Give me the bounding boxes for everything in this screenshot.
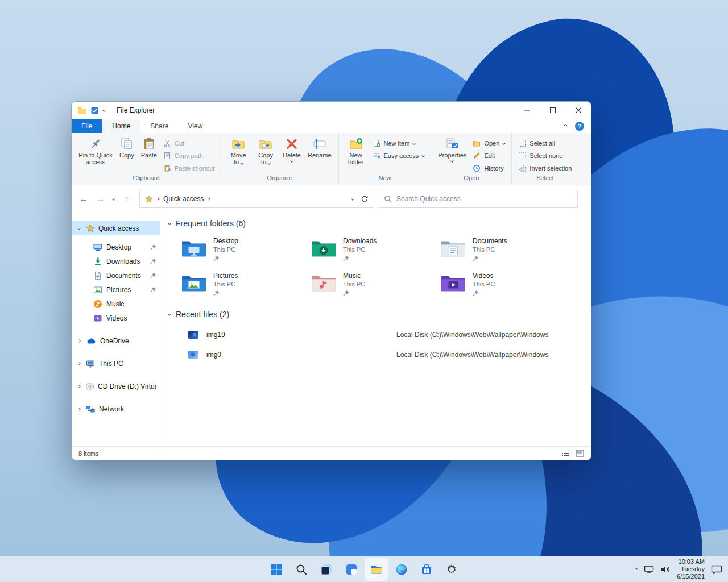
sidebar-item-cd-drive[interactable]: CD Drive (D:) Virtuall xyxy=(72,379,160,393)
volume-tray-icon[interactable] xyxy=(660,565,671,574)
open-button[interactable]: Open xyxy=(470,137,507,149)
up-button[interactable]: ↑ xyxy=(119,190,135,207)
search-icon xyxy=(384,195,392,203)
cut-button[interactable]: Cut xyxy=(161,137,217,149)
search-box[interactable] xyxy=(378,190,578,208)
address-dropdown-icon[interactable] xyxy=(351,197,354,201)
chevron-right-icon[interactable] xyxy=(76,385,81,388)
select-none-button[interactable]: Select none xyxy=(516,149,574,161)
sidebar-item-network[interactable]: Network xyxy=(72,402,160,416)
titlebar[interactable]: File Explorer xyxy=(72,102,591,119)
recent-locations-chevron-icon[interactable] xyxy=(109,190,118,207)
new-item-icon xyxy=(373,139,380,147)
paste-shortcut-button[interactable]: Paste shortcut xyxy=(161,162,217,174)
easy-access-button[interactable]: Easy access xyxy=(370,149,427,161)
details-view-icon[interactable] xyxy=(561,450,570,457)
invert-selection-button[interactable]: Invert selection xyxy=(516,162,574,174)
breadcrumb-chevron-icon[interactable] xyxy=(156,197,160,201)
select-all-button[interactable]: Select all xyxy=(516,137,574,149)
back-button[interactable]: ← xyxy=(76,190,92,207)
sidebar-item-onedrive[interactable]: OneDrive xyxy=(72,334,160,348)
new-item-button[interactable]: New item xyxy=(370,137,427,149)
refresh-icon[interactable] xyxy=(361,195,369,203)
rename-icon xyxy=(313,137,326,151)
sidebar-item-this-pc[interactable]: This PC xyxy=(72,356,160,371)
taskbar-settings-button[interactable] xyxy=(440,558,463,581)
hidden-icons-chevron-icon[interactable] xyxy=(635,568,638,571)
sidebar-item-downloads[interactable]: Downloads xyxy=(72,254,160,268)
taskbar-start-button[interactable] xyxy=(265,558,288,581)
tab-file[interactable]: File xyxy=(72,119,102,133)
taskbar-search-button[interactable] xyxy=(290,558,313,581)
folder-name: Videos xyxy=(473,272,495,280)
section-recent-files[interactable]: Recent files (2) xyxy=(166,310,586,319)
pin-icon xyxy=(89,137,102,151)
new-folder-button[interactable]: New folder xyxy=(343,135,369,167)
button-label: Properties xyxy=(438,152,466,159)
copy-to-button[interactable]: Copy to xyxy=(253,135,279,167)
sidebar-item-label: Videos xyxy=(106,314,127,322)
edit-button[interactable]: Edit xyxy=(470,149,507,161)
history-button[interactable]: History xyxy=(470,162,507,174)
maximize-button[interactable] xyxy=(540,102,565,119)
chevron-down-icon[interactable] xyxy=(76,227,82,230)
folder-tile-videos[interactable]: Videos This PC xyxy=(440,272,570,296)
tab-view[interactable]: View xyxy=(178,119,212,133)
chevron-right-icon[interactable] xyxy=(76,340,82,342)
folder-tile-desktop[interactable]: Desktop This PC xyxy=(181,237,311,261)
breadcrumb-chevron-icon[interactable] xyxy=(208,197,211,201)
sidebar-item-documents[interactable]: Documents xyxy=(72,268,160,282)
address-bar[interactable]: Quick access xyxy=(139,190,374,208)
quick-access-toolbar-properties-icon[interactable] xyxy=(91,107,98,114)
network-icon xyxy=(86,405,95,414)
rename-button[interactable]: Rename xyxy=(305,135,334,160)
sidebar-item-pictures[interactable]: Pictures xyxy=(72,282,160,297)
breadcrumb-location[interactable]: Quick access xyxy=(163,195,204,203)
tab-share[interactable]: Share xyxy=(140,119,178,133)
sidebar-item-desktop[interactable]: Desktop xyxy=(72,240,160,254)
sidebar-item-music[interactable]: Music xyxy=(72,297,160,311)
chevron-right-icon[interactable] xyxy=(76,408,82,410)
button-label: Easy access xyxy=(384,152,419,159)
window-title: File Explorer xyxy=(117,106,155,114)
customize-toolbar-chevron-icon[interactable] xyxy=(102,109,106,112)
notifications-icon[interactable] xyxy=(711,564,722,575)
copy-button[interactable]: Copy xyxy=(117,135,137,160)
properties-button[interactable]: Properties xyxy=(435,135,469,164)
tab-home[interactable]: Home xyxy=(102,119,140,133)
folder-tile-music[interactable]: Music This PC xyxy=(311,272,440,296)
folder-tile-downloads[interactable]: Downloads This PC xyxy=(311,237,440,261)
folder-location: This PC xyxy=(343,246,377,253)
minimize-button[interactable] xyxy=(514,102,540,119)
move-to-button[interactable]: Move to xyxy=(225,135,251,167)
recent-file-row[interactable]: img0 Local Disk (C:)\Windows\Web\Wallpap… xyxy=(166,344,586,364)
folder-tile-pictures[interactable]: Pictures This PC xyxy=(181,272,311,296)
paste-button[interactable]: Paste xyxy=(138,135,160,160)
sidebar-item-quick-access[interactable]: Quick access xyxy=(72,221,160,235)
folder-tile-documents[interactable]: Documents This PC xyxy=(440,237,570,261)
copy-path-button[interactable]: Copy path xyxy=(161,149,217,161)
taskbar-edge-button[interactable] xyxy=(390,558,413,581)
button-label: Copy xyxy=(119,152,134,159)
chevron-right-icon[interactable] xyxy=(76,363,82,365)
taskbar-store-button[interactable] xyxy=(415,558,438,581)
minimize-ribbon-icon[interactable] xyxy=(564,124,568,128)
large-icons-view-icon[interactable] xyxy=(576,450,584,457)
close-button[interactable] xyxy=(565,102,591,119)
taskbar-file-explorer-button[interactable] xyxy=(365,558,388,581)
collapse-section-icon[interactable] xyxy=(168,222,171,225)
recent-file-row[interactable]: img19 Local Disk (C:)\Windows\Web\Wallpa… xyxy=(166,325,586,344)
collapse-section-icon[interactable] xyxy=(168,313,171,316)
section-frequent-folders[interactable]: Frequent folders (6) xyxy=(166,219,586,228)
network-tray-icon[interactable] xyxy=(644,565,654,574)
help-icon[interactable]: ? xyxy=(575,122,584,131)
taskbar-clock[interactable]: 10:03 AM Tuesday 6/15/2021 xyxy=(677,558,705,580)
new-folder-icon xyxy=(349,137,363,151)
delete-button[interactable]: Delete xyxy=(280,135,304,164)
forward-button[interactable]: → xyxy=(93,190,108,207)
sidebar-item-videos[interactable]: Videos xyxy=(72,311,160,325)
taskbar-taskview-button[interactable] xyxy=(315,558,338,581)
pin-to-quick-access-button[interactable]: Pin to Quick access xyxy=(76,135,115,167)
taskbar-widgets-button[interactable] xyxy=(340,558,363,581)
search-input[interactable] xyxy=(396,195,572,203)
